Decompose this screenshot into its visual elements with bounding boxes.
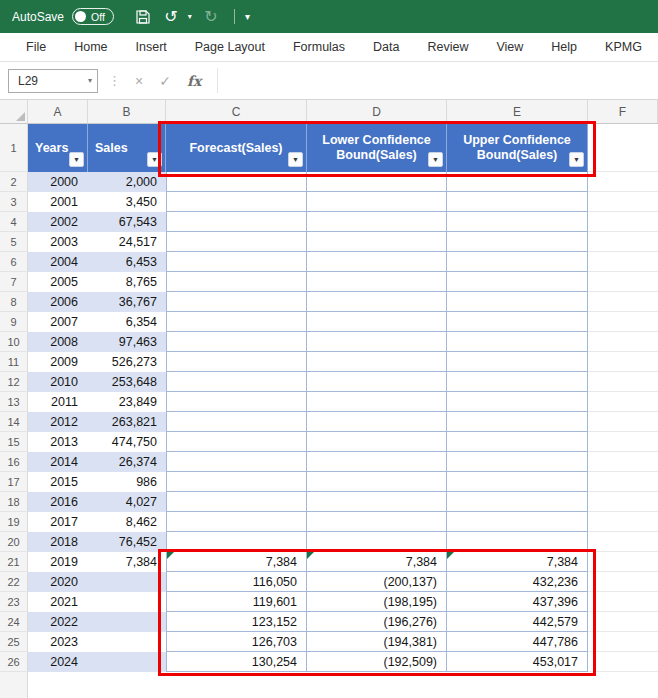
- row-header-5[interactable]: 5: [0, 232, 28, 252]
- cell-a19[interactable]: 2017: [28, 512, 88, 532]
- cell-d12[interactable]: [307, 372, 447, 392]
- cell-d3[interactable]: [307, 192, 447, 212]
- row-header-18[interactable]: 18: [0, 492, 28, 512]
- row-header-12[interactable]: 12: [0, 372, 28, 392]
- cell-c19[interactable]: [166, 512, 307, 532]
- cell-d11[interactable]: [307, 352, 447, 372]
- cell-a11[interactable]: 2009: [28, 352, 88, 372]
- cell-e6[interactable]: [447, 252, 588, 272]
- column-header-d[interactable]: D: [307, 100, 447, 123]
- cell-a26[interactable]: 2024: [28, 652, 88, 672]
- cell-f6[interactable]: [588, 252, 658, 272]
- row-header-21[interactable]: 21: [0, 552, 28, 572]
- cell-a23[interactable]: 2021: [28, 592, 88, 612]
- cell-e19[interactable]: [447, 512, 588, 532]
- cell-f7[interactable]: [588, 272, 658, 292]
- row-header-20[interactable]: 20: [0, 532, 28, 552]
- cell-f16[interactable]: [588, 452, 658, 472]
- cancel-button[interactable]: ×: [135, 73, 143, 89]
- cell-e8[interactable]: [447, 292, 588, 312]
- cell-d25[interactable]: (194,381): [307, 632, 447, 652]
- cell-a24[interactable]: 2022: [28, 612, 88, 632]
- cell-c11[interactable]: [166, 352, 307, 372]
- row-header-24[interactable]: 24: [0, 612, 28, 632]
- cell-f21[interactable]: [588, 552, 658, 572]
- cell-d9[interactable]: [307, 312, 447, 332]
- cell-e4[interactable]: [447, 212, 588, 232]
- enter-button[interactable]: ✓: [159, 73, 171, 89]
- row-header-1[interactable]: 1: [0, 124, 28, 172]
- cell-b4[interactable]: 67,543: [88, 212, 166, 232]
- cell-b10[interactable]: 97,463: [88, 332, 166, 352]
- cell-e2[interactable]: [447, 172, 588, 192]
- cell-c3[interactable]: [166, 192, 307, 212]
- cell-e16[interactable]: [447, 452, 588, 472]
- menu-item-data[interactable]: Data: [359, 40, 413, 54]
- cell-e15[interactable]: [447, 432, 588, 452]
- menu-item-help[interactable]: Help: [537, 40, 591, 54]
- row-header-9[interactable]: 9: [0, 312, 28, 332]
- quick-access-more-button[interactable]: ▾: [245, 11, 250, 22]
- cell-a2[interactable]: 2000: [28, 172, 88, 192]
- cell-f13[interactable]: [588, 392, 658, 412]
- cell-f1[interactable]: [588, 124, 658, 172]
- cell-a15[interactable]: 2013: [28, 432, 88, 452]
- cell-f10[interactable]: [588, 332, 658, 352]
- cell-d17[interactable]: [307, 472, 447, 492]
- cell-a3[interactable]: 2001: [28, 192, 88, 212]
- cell-f11[interactable]: [588, 352, 658, 372]
- cell-a21[interactable]: 2019: [28, 552, 88, 572]
- cell-e22[interactable]: 432,236: [447, 572, 588, 592]
- cell-c25[interactable]: 126,703: [166, 632, 307, 652]
- cell-c4[interactable]: [166, 212, 307, 232]
- column-header-c[interactable]: C: [166, 100, 307, 123]
- menu-item-review[interactable]: Review: [413, 40, 482, 54]
- autosave-toggle[interactable]: Off: [72, 8, 114, 25]
- cell-b9[interactable]: 6,354: [88, 312, 166, 332]
- cell-e11[interactable]: [447, 352, 588, 372]
- cell-d15[interactable]: [307, 432, 447, 452]
- cell-b8[interactable]: 36,767: [88, 292, 166, 312]
- cell-d2[interactable]: [307, 172, 447, 192]
- cell-c18[interactable]: [166, 492, 307, 512]
- table-header-sales[interactable]: Sales ▼: [88, 124, 166, 172]
- row-header-26[interactable]: 26: [0, 652, 28, 672]
- cell-b15[interactable]: 474,750: [88, 432, 166, 452]
- cell-d26[interactable]: (192,509): [307, 652, 447, 672]
- cell-d18[interactable]: [307, 492, 447, 512]
- cell-b26[interactable]: [88, 652, 166, 672]
- cell-c13[interactable]: [166, 392, 307, 412]
- cell-e24[interactable]: 442,579: [447, 612, 588, 632]
- cell-a13[interactable]: 2011: [28, 392, 88, 412]
- row-header-14[interactable]: 14: [0, 412, 28, 432]
- cell-f4[interactable]: [588, 212, 658, 232]
- menu-item-page-layout[interactable]: Page Layout: [181, 40, 279, 54]
- cell-d6[interactable]: [307, 252, 447, 272]
- cell-c2[interactable]: [166, 172, 307, 192]
- row-header-3[interactable]: 3: [0, 192, 28, 212]
- cell-e25[interactable]: 447,786: [447, 632, 588, 652]
- row-header-13[interactable]: 13: [0, 392, 28, 412]
- redo-button[interactable]: ↻: [200, 6, 222, 28]
- cell-b11[interactable]: 526,273: [88, 352, 166, 372]
- cell-b16[interactable]: 26,374: [88, 452, 166, 472]
- cell-c22[interactable]: 116,050: [166, 572, 307, 592]
- save-button[interactable]: [132, 6, 154, 28]
- cell-a8[interactable]: 2006: [28, 292, 88, 312]
- cell-a6[interactable]: 2004: [28, 252, 88, 272]
- row-header-23[interactable]: 23: [0, 592, 28, 612]
- cell-c5[interactable]: [166, 232, 307, 252]
- cell-c15[interactable]: [166, 432, 307, 452]
- filter-button-sales[interactable]: ▼: [147, 152, 162, 167]
- cell-f2[interactable]: [588, 172, 658, 192]
- cell-c8[interactable]: [166, 292, 307, 312]
- cell-b23[interactable]: [88, 592, 166, 612]
- cell-d20[interactable]: [307, 532, 447, 552]
- cell-b17[interactable]: 986: [88, 472, 166, 492]
- cell-e20[interactable]: [447, 532, 588, 552]
- cell-b25[interactable]: [88, 632, 166, 652]
- cell-a7[interactable]: 2005: [28, 272, 88, 292]
- row-header-11[interactable]: 11: [0, 352, 28, 372]
- cell-a25[interactable]: 2023: [28, 632, 88, 652]
- cell-f9[interactable]: [588, 312, 658, 332]
